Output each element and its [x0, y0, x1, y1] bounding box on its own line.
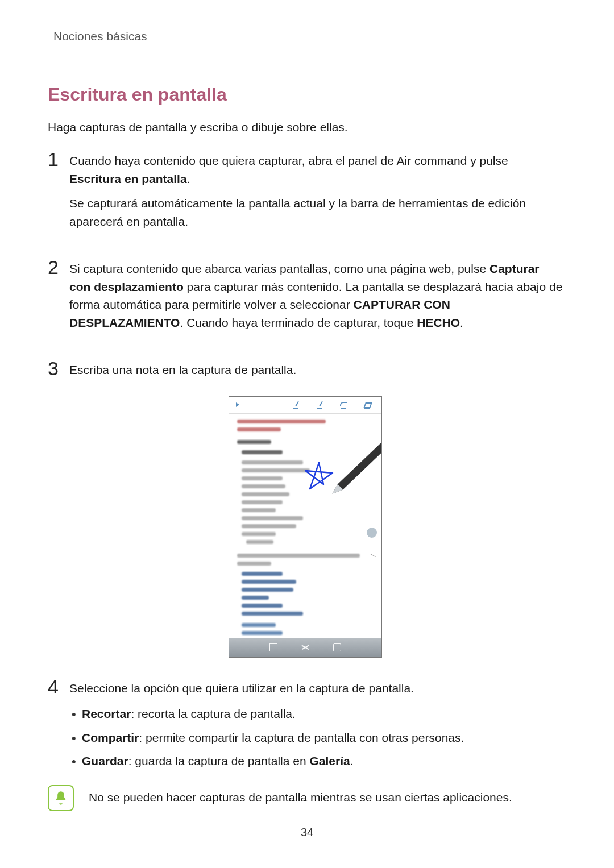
step-body: Cuando haya contenido que quiera captura… — [69, 152, 563, 237]
share-icon — [301, 643, 309, 651]
phone-mockup — [229, 396, 382, 658]
bullet-term: Compartir — [82, 731, 139, 744]
note-text: No se pueden hacer capturas de pantalla … — [89, 784, 563, 807]
section-title: Escritura en pantalla — [48, 81, 563, 108]
bullet-item: Guardar: guarda la captura de pantalla e… — [82, 752, 563, 770]
text: Si captura contenido que abarca varias p… — [69, 262, 489, 275]
bullet-term: Recortar — [82, 707, 131, 720]
bullet-term: Guardar — [82, 754, 128, 767]
step-number: 2 — [48, 258, 69, 277]
step-2: 2 Si captura contenido que abarca varias… — [48, 260, 563, 338]
step-4: 4 Seleccione la opción que quiera utiliz… — [48, 679, 563, 776]
steps-list: 1 Cuando haya contenido que quiera captu… — [48, 152, 563, 776]
text: . — [460, 316, 463, 329]
bullet-item: Compartir: permite compartir la captura … — [82, 729, 563, 747]
step-body: Seleccione la opción que quiera utilizar… — [69, 679, 563, 776]
text: . Cuando haya terminado de capturar, toq… — [180, 316, 417, 329]
pen-mark-icon — [368, 554, 376, 562]
header-rule — [32, 0, 32, 40]
chevron-right-icon — [236, 402, 239, 407]
option-bullets: Recortar: recorta la captura de pantalla… — [69, 705, 563, 770]
step-number: 4 — [48, 677, 69, 696]
bottom-action-bar — [229, 638, 381, 657]
step-body: Si captura contenido que abarca varias p… — [69, 260, 563, 338]
bold-text: HECHO — [417, 316, 460, 329]
highlighter-tool-icon — [316, 401, 323, 409]
page-number: 34 — [0, 824, 614, 841]
step-body: Escriba una nota en la captura de pantal… — [69, 361, 563, 386]
text: Seleccione la opción que quiera utilizar… — [69, 679, 563, 697]
save-icon — [333, 643, 341, 651]
bullet-text: : permite compartir la captura de pantal… — [139, 731, 464, 744]
bold-text: Galería — [309, 754, 350, 767]
undo-icon — [339, 401, 347, 409]
step-1: 1 Cuando haya contenido que quiera captu… — [48, 152, 563, 237]
floating-badge-icon — [367, 528, 377, 538]
breadcrumb: Nociones básicas — [53, 27, 563, 45]
bullet-text: : recorta la captura de pantalla. — [131, 707, 296, 720]
handwriting-scribble — [302, 460, 336, 495]
intro-text: Haga capturas de pantalla y escriba o di… — [48, 118, 563, 136]
text: . — [187, 172, 190, 185]
step-number: 3 — [48, 359, 69, 378]
text: Se capturará automáticamente la pantalla… — [69, 194, 563, 230]
text: Escriba una nota en la captura de pantal… — [69, 361, 563, 379]
crop-icon — [269, 643, 277, 651]
step-3: 3 Escriba una nota en la captura de pant… — [48, 361, 563, 386]
eraser-tool-icon — [363, 401, 371, 409]
bullet-text: . — [350, 754, 354, 767]
note-bell-icon — [48, 785, 74, 811]
text: Cuando haya contenido que quiera captura… — [69, 154, 508, 167]
bold-text: Escritura en pantalla — [69, 172, 187, 185]
note-callout: No se pueden hacer capturas de pantalla … — [48, 784, 563, 811]
bullet-item: Recortar: recorta la captura de pantalla… — [82, 705, 563, 723]
annotation-toolbar — [229, 397, 381, 414]
screenshot-illustration — [48, 396, 563, 658]
manual-page: Nociones básicas Escritura en pantalla H… — [0, 0, 614, 868]
step-number: 1 — [48, 149, 69, 169]
pen-tool-icon — [292, 401, 300, 409]
captured-content — [229, 414, 381, 638]
bullet-text: : guarda la captura de pantalla en — [128, 754, 310, 767]
